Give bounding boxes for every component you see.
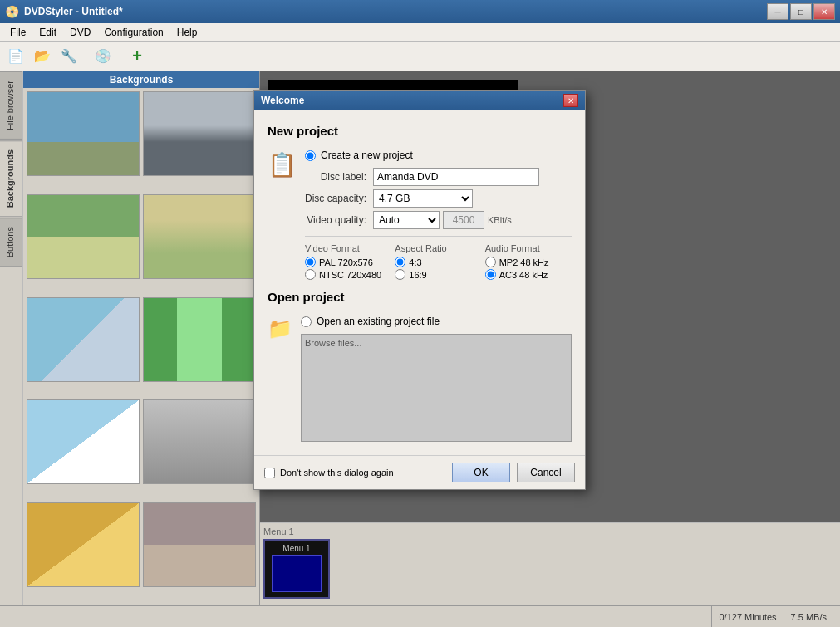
status-bar: 0/127 Minutes 7.5 MB/s xyxy=(0,605,840,627)
new-button[interactable]: 📄 xyxy=(3,45,28,68)
ok-button[interactable]: OK xyxy=(452,463,510,482)
tab-buttons[interactable]: Buttons xyxy=(0,218,22,267)
create-new-radio-row: Create a new project xyxy=(305,149,572,161)
new-project-content: 📋 Create a new project Disc label: Disc … xyxy=(268,149,572,280)
cancel-button[interactable]: Cancel xyxy=(517,463,575,482)
pal-radio[interactable] xyxy=(305,257,316,267)
recent-files-list[interactable]: Browse files... xyxy=(301,334,572,442)
left-sidebar-tabs: File browser Backgrounds Buttons xyxy=(0,71,23,605)
video-format-radios: PAL 720x576 NTSC 720x480 xyxy=(305,257,391,280)
pal-radio-label: PAL 720x576 xyxy=(305,257,391,267)
panel-area: Backgrounds xyxy=(23,71,260,605)
settings-button[interactable]: 🔧 xyxy=(56,45,81,68)
background-thumb-6[interactable] xyxy=(143,297,256,382)
menu-strip-label: Menu 1 xyxy=(263,527,837,536)
aspect-ratio-col: Aspect Ratio 4:3 16:9 xyxy=(395,243,481,280)
background-thumb-7[interactable] xyxy=(27,399,140,484)
ntsc-radio-label: NTSC 720x480 xyxy=(305,269,391,280)
open-existing-radio[interactable] xyxy=(301,316,312,327)
open-project-icon: 📁 xyxy=(268,317,292,340)
video-quality-text: Video quality: xyxy=(305,214,366,226)
background-thumb-5[interactable] xyxy=(27,297,140,382)
background-thumb-3[interactable] xyxy=(27,194,140,279)
create-new-label: Create a new project xyxy=(321,149,413,161)
burn-button[interactable]: 💿 xyxy=(91,45,115,68)
audio-format-col: Audio Format MP2 48 kHz AC3 48 kHz xyxy=(485,243,572,280)
video-format-col: Video Format PAL 720x576 NTSC 720x480 xyxy=(305,243,391,280)
panel-content xyxy=(23,88,259,605)
video-format-title: Video Format xyxy=(305,243,391,253)
16-9-radio-label: 16:9 xyxy=(395,269,481,280)
menu-thumb-label: Menu 1 xyxy=(282,544,310,553)
audio-format-radios: MP2 48 kHz AC3 48 kHz xyxy=(485,257,572,280)
16-9-radio[interactable] xyxy=(395,269,405,280)
menu-1-thumb[interactable]: Menu 1 xyxy=(263,539,330,599)
menu-thumb-preview xyxy=(272,555,322,592)
aspect-ratio-radios: 4:3 16:9 xyxy=(395,257,481,280)
video-quality-row: Auto Low Medium High 4500 KBit/s xyxy=(373,211,572,229)
background-thumb-2[interactable] xyxy=(143,91,256,176)
new-project-icon: 📋 xyxy=(268,151,297,179)
background-thumb-4[interactable] xyxy=(143,194,256,279)
title-bar: 📀 DVDStyler - Untitled* ─ □ ✕ xyxy=(0,0,840,23)
app-icon: 📀 xyxy=(5,5,19,18)
4-3-label: 4:3 xyxy=(409,257,421,267)
maximize-button[interactable]: □ xyxy=(790,3,812,20)
background-thumb-10[interactable] xyxy=(143,502,256,587)
background-thumb-1[interactable] xyxy=(27,91,140,176)
menu-strip: Menu 1 Menu 1 xyxy=(260,522,840,605)
16-9-label: 16:9 xyxy=(409,270,426,280)
add-button[interactable]: + xyxy=(125,45,150,68)
open-button[interactable]: 📂 xyxy=(30,45,55,68)
ntsc-label: NTSC 720x480 xyxy=(319,270,381,280)
4-3-radio-label: 4:3 xyxy=(395,257,481,267)
dont-show-label: Don't show this dialog again xyxy=(280,468,394,478)
toolbar: 📄 📂 🔧 💿 + xyxy=(0,42,840,71)
disc-capacity-select[interactable]: 4.7 GB 8.5 GB 1.4 GB xyxy=(373,189,473,208)
background-thumb-9[interactable] xyxy=(27,502,140,587)
toolbar-separator-2 xyxy=(120,47,120,66)
open-project-right: Open an existing project file Browse fil… xyxy=(301,316,572,442)
kbits-label: KBit/s xyxy=(488,215,512,225)
status-speed: 7.5 MB/s xyxy=(784,606,833,627)
mp2-label: MP2 48 kHz xyxy=(499,257,549,267)
mp2-radio[interactable] xyxy=(485,257,496,267)
ac3-radio[interactable] xyxy=(485,269,496,280)
menu-configuration[interactable]: Configuration xyxy=(97,25,169,40)
open-existing-label: Open an existing project file xyxy=(317,316,440,327)
disc-label-text: Disc label: xyxy=(305,171,366,183)
dont-show-row: Don't show this dialog again xyxy=(264,468,445,478)
menu-edit[interactable]: Edit xyxy=(32,25,63,40)
dont-show-checkbox[interactable] xyxy=(264,468,275,478)
ac3-label: AC3 48 kHz xyxy=(499,270,548,280)
dialog-title: Welcome xyxy=(261,95,563,106)
open-project-content: 📁 Open an existing project file Browse f… xyxy=(268,316,572,442)
menu-help[interactable]: Help xyxy=(170,25,204,40)
dialog-close-button[interactable]: ✕ xyxy=(563,94,578,107)
open-project-title: Open project xyxy=(268,290,572,307)
background-thumb-8[interactable] xyxy=(143,399,256,484)
4-3-radio[interactable] xyxy=(395,257,405,267)
menu-bar: File Edit DVD Configuration Help xyxy=(0,23,840,42)
aspect-ratio-title: Aspect Ratio xyxy=(395,243,481,253)
create-new-radio[interactable] xyxy=(305,150,316,161)
dialog-title-bar: Welcome ✕ xyxy=(254,91,585,110)
minimize-button[interactable]: ─ xyxy=(767,3,788,20)
status-minutes: 0/127 Minutes xyxy=(711,606,783,627)
ac3-radio-label: AC3 48 kHz xyxy=(485,269,572,280)
browse-files-label: Browse files... xyxy=(305,338,361,348)
menu-dvd[interactable]: DVD xyxy=(63,25,97,40)
disc-label-input[interactable] xyxy=(373,168,539,186)
dialog-body: New project 📋 Create a new project Disc … xyxy=(254,110,585,455)
menu-file[interactable]: File xyxy=(3,25,32,40)
video-quality-select[interactable]: Auto Low Medium High xyxy=(373,211,440,229)
dialog-footer: Don't show this dialog again OK Cancel xyxy=(254,455,585,489)
kbits-spin: 4500 xyxy=(443,211,484,229)
tab-file-browser[interactable]: File browser xyxy=(0,71,22,140)
close-button[interactable]: ✕ xyxy=(813,3,835,20)
ntsc-radio[interactable] xyxy=(305,269,316,280)
open-existing-radio-row: Open an existing project file xyxy=(301,316,572,327)
panel-header: Backgrounds xyxy=(23,71,259,88)
tab-backgrounds[interactable]: Backgrounds xyxy=(0,140,22,217)
welcome-dialog: Welcome ✕ New project 📋 Create a new pro… xyxy=(253,90,586,490)
